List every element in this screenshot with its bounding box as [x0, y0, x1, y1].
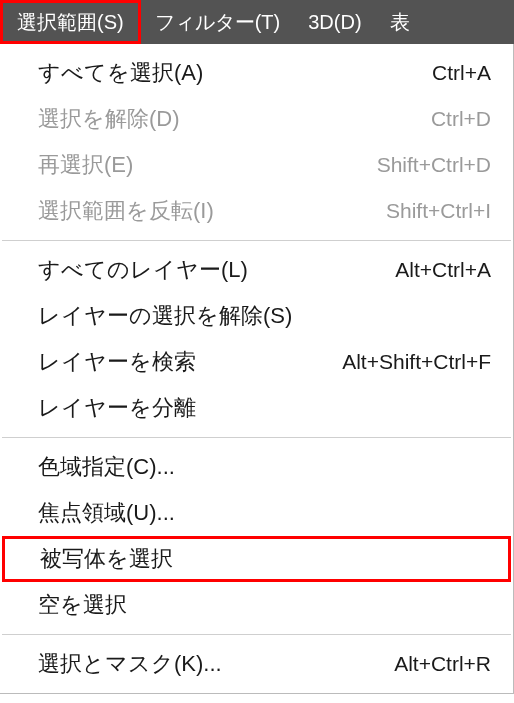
menubar: 選択範囲(S) フィルター(T) 3D(D) 表	[0, 0, 514, 44]
menu-label: すべてを選択(A)	[38, 58, 203, 88]
menu-shortcut: Shift+Ctrl+I	[386, 199, 491, 223]
menu-item-focus-area[interactable]: 焦点領域(U)...	[0, 490, 513, 536]
menu-separator	[2, 437, 511, 438]
menu-shortcut: Ctrl+D	[431, 107, 491, 131]
select-dropdown: すべてを選択(A) Ctrl+A 選択を解除(D) Ctrl+D 再選択(E) …	[0, 44, 514, 694]
menubar-item-view[interactable]: 表	[376, 0, 424, 44]
menu-label: すべてのレイヤー(L)	[38, 255, 248, 285]
menu-shortcut: Alt+Ctrl+R	[394, 652, 491, 676]
menu-shortcut: Alt+Shift+Ctrl+F	[342, 350, 491, 374]
menubar-label: 表	[390, 9, 410, 36]
menubar-item-filter[interactable]: フィルター(T)	[141, 0, 295, 44]
menubar-label: 選択範囲(S)	[17, 9, 124, 36]
menubar-label: 3D(D)	[308, 11, 361, 34]
menu-item-all-layers[interactable]: すべてのレイヤー(L) Alt+Ctrl+A	[0, 247, 513, 293]
menu-label: 選択とマスク(K)...	[38, 649, 222, 679]
menu-shortcut: Alt+Ctrl+A	[395, 258, 491, 282]
menu-label: レイヤーを検索	[38, 347, 196, 377]
menu-item-select-all[interactable]: すべてを選択(A) Ctrl+A	[0, 50, 513, 96]
menu-item-select-subject[interactable]: 被写体を選択	[2, 536, 511, 582]
menu-item-inverse[interactable]: 選択範囲を反転(I) Shift+Ctrl+I	[0, 188, 513, 234]
menu-shortcut: Ctrl+A	[432, 61, 491, 85]
menu-label: 被写体を選択	[40, 544, 173, 574]
menubar-label: フィルター(T)	[155, 9, 281, 36]
menu-label: 焦点領域(U)...	[38, 498, 175, 528]
menu-item-reselect[interactable]: 再選択(E) Shift+Ctrl+D	[0, 142, 513, 188]
menu-item-find-layers[interactable]: レイヤーを検索 Alt+Shift+Ctrl+F	[0, 339, 513, 385]
menu-label: 選択を解除(D)	[38, 104, 180, 134]
menu-item-select-sky[interactable]: 空を選択	[0, 582, 513, 628]
menu-separator	[2, 634, 511, 635]
menu-label: 選択範囲を反転(I)	[38, 196, 214, 226]
menu-label: レイヤーの選択を解除(S)	[38, 301, 292, 331]
menu-shortcut: Shift+Ctrl+D	[377, 153, 491, 177]
menubar-item-select[interactable]: 選択範囲(S)	[0, 0, 141, 44]
menu-label: 色域指定(C)...	[38, 452, 175, 482]
menu-label: 空を選択	[38, 590, 127, 620]
menu-item-deselect-layers[interactable]: レイヤーの選択を解除(S)	[0, 293, 513, 339]
menu-separator	[2, 240, 511, 241]
menu-item-isolate-layers[interactable]: レイヤーを分離	[0, 385, 513, 431]
menu-item-color-range[interactable]: 色域指定(C)...	[0, 444, 513, 490]
menu-item-select-and-mask[interactable]: 選択とマスク(K)... Alt+Ctrl+R	[0, 641, 513, 687]
menubar-item-3d[interactable]: 3D(D)	[294, 0, 375, 44]
menu-label: 再選択(E)	[38, 150, 133, 180]
menu-item-deselect[interactable]: 選択を解除(D) Ctrl+D	[0, 96, 513, 142]
menu-label: レイヤーを分離	[38, 393, 196, 423]
